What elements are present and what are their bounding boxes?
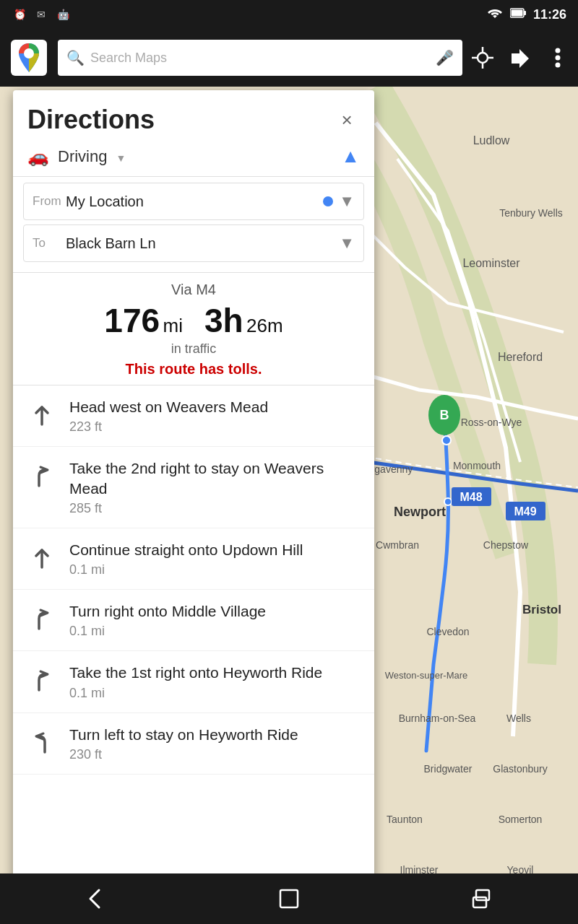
step-item[interactable]: Continue straight onto Updown Hill 0.1 m… [13, 528, 374, 590]
location-icon[interactable] [470, 45, 496, 71]
driving-mode-label: Driving [58, 147, 107, 166]
step-icon [26, 666, 58, 697]
svg-text:Newport: Newport [394, 505, 446, 519]
directions-panel: Directions × 🚗 Driving ▼ ▲ From My Locat… [13, 90, 374, 884]
svg-text:Weston-super-Mare: Weston-super-Mare [385, 670, 468, 681]
svg-rect-1 [524, 11, 526, 15]
status-time: 11:26 [533, 7, 566, 22]
search-icon: 🔍 [66, 49, 85, 66]
maps-logo [7, 36, 51, 79]
wifi-icon [487, 7, 503, 22]
step-distance: 0.1 mi [69, 562, 361, 578]
step-item[interactable]: Turn left to stay on Heyworth Ride 230 f… [13, 713, 374, 775]
svg-text:Tenbury Wells: Tenbury Wells [499, 207, 563, 219]
to-value: Black Barn Ln [66, 235, 333, 252]
top-bar: 🔍 Search Maps 🎤 [0, 29, 578, 87]
step-icon [26, 728, 58, 759]
bottom-nav [0, 873, 578, 924]
status-bar: ⏰ ✉ 🤖 11:26 [0, 0, 578, 29]
step-icon [26, 400, 58, 432]
search-bar[interactable]: 🔍 Search Maps 🎤 [58, 40, 462, 76]
svg-rect-49 [473, 897, 486, 907]
from-input-row[interactable]: From My Location ▼ [23, 183, 364, 220]
from-dropdown-icon[interactable]: ▼ [339, 192, 355, 211]
svg-point-12 [556, 63, 561, 68]
step-distance: 223 ft [69, 419, 361, 435]
recents-button[interactable] [453, 877, 511, 920]
clock-icon: ⏰ [12, 6, 27, 22]
svg-text:M48: M48 [460, 491, 482, 503]
step-distance: 285 ft [69, 501, 361, 516]
steps-list: Head west on Weavers Mead 223 ft Take th… [13, 385, 374, 884]
to-input-row[interactable]: To Black Barn Ln ▼ [23, 225, 364, 262]
svg-rect-47 [280, 890, 298, 907]
step-distance: 230 ft [69, 747, 361, 762]
svg-text:Monmouth: Monmouth [453, 460, 501, 471]
step-icon [26, 461, 58, 493]
step-icon [26, 543, 58, 575]
distance-value: 176 [104, 302, 160, 339]
svg-point-5 [478, 53, 488, 63]
mic-icon[interactable]: 🎤 [436, 49, 454, 66]
svg-text:Hereford: Hereford [498, 351, 543, 363]
svg-text:Burnham-on-Sea: Burnham-on-Sea [399, 712, 476, 724]
traffic-label: in traffic [27, 341, 360, 357]
navigation-arrow: ▲ [341, 145, 360, 167]
panel-title: Directions [27, 105, 155, 135]
step-instruction: Turn left to stay on Heyworth Ride [69, 725, 361, 744]
svg-point-4 [24, 48, 34, 58]
battery-icon [510, 8, 526, 21]
search-input[interactable]: Search Maps [90, 51, 430, 66]
gmail-icon: ✉ [33, 6, 49, 22]
svg-text:Glastonbury: Glastonbury [493, 763, 547, 775]
svg-point-16 [442, 436, 451, 445]
step-item[interactable]: Turn right onto Middle Village 0.1 mi [13, 590, 374, 651]
svg-text:Ludlow: Ludlow [473, 134, 510, 147]
home-button[interactable] [260, 877, 318, 920]
my-location-dot [323, 196, 333, 206]
back-button[interactable] [67, 877, 125, 920]
svg-text:Ross-on-Wye: Ross-on-Wye [461, 417, 522, 428]
android-icon: 🤖 [55, 6, 71, 22]
to-label: To [33, 236, 60, 250]
svg-text:Bristol: Bristol [522, 603, 561, 616]
directions-icon[interactable] [507, 45, 533, 71]
svg-text:Chepstow: Chepstow [483, 539, 529, 551]
step-distance: 0.1 mi [69, 686, 361, 701]
time-minutes: 26m [246, 315, 283, 336]
step-item[interactable]: Head west on Weavers Mead 223 ft [13, 385, 374, 447]
step-instruction: Continue straight onto Updown Hill [69, 540, 361, 559]
svg-text:Taunton: Taunton [387, 814, 423, 825]
step-icon [26, 604, 58, 636]
svg-text:Wells: Wells [506, 712, 531, 724]
dropdown-chevron[interactable]: ▼ [116, 152, 126, 164]
svg-rect-48 [476, 890, 489, 900]
svg-point-11 [556, 56, 561, 61]
to-dropdown-icon[interactable]: ▼ [339, 234, 355, 253]
from-label: From [33, 194, 60, 209]
svg-text:Leominster: Leominster [462, 257, 520, 269]
svg-text:M49: M49 [514, 505, 536, 518]
svg-text:Cwmbran: Cwmbran [376, 539, 419, 551]
time-hours: 3h [204, 302, 243, 339]
svg-text:Bridgwater: Bridgwater [424, 763, 473, 775]
step-instruction: Head west on Weavers Mead [69, 397, 361, 417]
svg-text:B: B [440, 408, 449, 422]
step-instruction: Turn right onto Middle Village [69, 601, 361, 621]
via-text: Via M4 [27, 282, 360, 298]
svg-text:Somerton: Somerton [499, 814, 543, 825]
svg-text:Clevedon: Clevedon [426, 626, 469, 637]
svg-point-10 [556, 48, 561, 53]
route-inputs: From My Location ▼ To Black Barn Ln ▼ [13, 177, 374, 273]
close-button[interactable]: × [334, 107, 360, 133]
step-distance: 0.1 mi [69, 624, 361, 639]
svg-rect-2 [511, 10, 522, 17]
panel-header: Directions × 🚗 Driving ▼ ▲ [13, 90, 374, 177]
step-instruction: Take the 1st right onto Heyworth Ride [69, 663, 361, 682]
step-item[interactable]: Take the 2nd right to stay on Weavers Me… [13, 447, 374, 528]
step-item[interactable]: Take the 1st right onto Heyworth Ride 0.… [13, 651, 374, 712]
overflow-menu-icon[interactable] [545, 45, 571, 71]
tolls-warning: This route has tolls. [27, 361, 360, 378]
from-value: My Location [66, 193, 317, 210]
distance-unit: mi [163, 315, 183, 336]
